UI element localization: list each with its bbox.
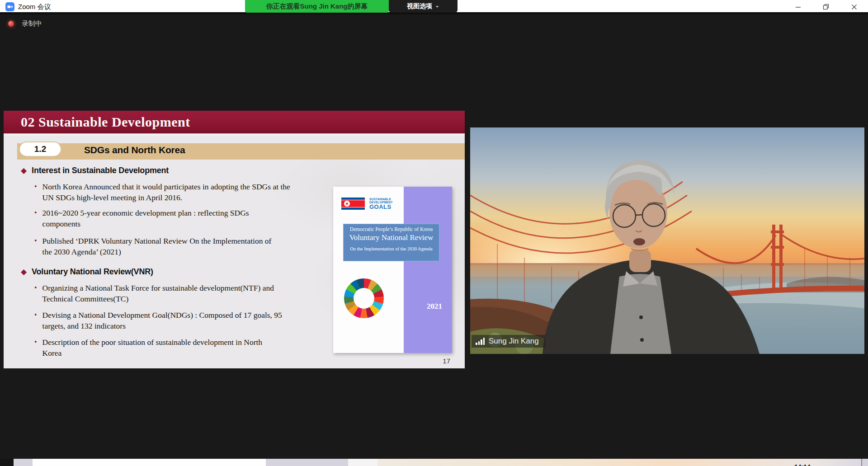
close-button[interactable]: [840, 0, 868, 14]
slide-bullet: • Published ‘DPRK Voluntary National Rev…: [34, 235, 282, 257]
bullet-icon: •: [34, 282, 37, 304]
bullet-icon: •: [34, 207, 37, 229]
participant-name-tag: Sung Jin Kang: [472, 335, 545, 348]
slide-section-title: SDGs and North Korea: [84, 145, 185, 155]
background-window-segment: [348, 459, 377, 466]
recording-label: 录制中: [22, 19, 42, 28]
background-window-beige: [377, 459, 861, 466]
vnr-document-cover: ★ SUSTAINABLE DEVELOPMENT GOALS Democrat…: [333, 187, 452, 353]
connection-signal-icon: [476, 338, 485, 345]
north-korea-flag: ★: [341, 198, 365, 210]
slide-header-bar: 02 Sustainable Development: [4, 111, 465, 133]
star-icon: ★: [345, 202, 349, 206]
slide-bullet: • Description of the poor situation of s…: [34, 337, 273, 358]
slide-section-number: 1.2: [19, 141, 61, 157]
background-window-panel: [33, 459, 266, 466]
restore-button[interactable]: [812, 0, 840, 14]
slide-header-accent: [4, 133, 465, 136]
minimize-icon: [795, 4, 801, 10]
restore-icon: [823, 4, 829, 10]
diamond-icon: ◆: [21, 268, 27, 276]
diamond-icon: ◆: [21, 167, 27, 174]
sdg-logo: SUSTAINABLE DEVELOPMENT GOALS: [369, 198, 401, 210]
slide-title: 02 Sustainable Development: [4, 114, 190, 130]
background-window-divider: [861, 459, 862, 466]
background-clock-clipped: 14:14: [794, 459, 821, 466]
slide-bullet: • Organizing a National Task Force for s…: [34, 282, 290, 304]
title-bar: Zoom 会议 你正在观看Sung Jin Kang的屏幕 视图选项 ⌄: [0, 0, 868, 14]
recording-indicator: 录制中: [8, 19, 42, 28]
chevron-down-icon: ⌄: [435, 2, 439, 9]
vnr-year: 2021: [427, 302, 442, 311]
bottom-strip-gap: [0, 459, 14, 466]
background-window-sliver: 14:14: [0, 459, 868, 466]
bullet-icon: •: [34, 310, 37, 331]
minimize-button[interactable]: [784, 0, 812, 14]
screen-share-banner: 你正在观看Sung Jin Kang的屏幕: [245, 0, 389, 13]
close-icon: [851, 4, 857, 10]
video-scene: [470, 127, 864, 354]
vnr-title-box: Democratic People’s Republic of Korea Vo…: [343, 224, 439, 261]
zoom-app-window: Zoom 会议 你正在观看Sung Jin Kang的屏幕 视图选项 ⌄ 录制中: [0, 0, 868, 466]
recording-dot-icon: [8, 21, 14, 27]
bullet-icon: •: [34, 181, 37, 203]
slide-heading-2: ◆ Voluntary National Review(VNR): [21, 267, 153, 277]
shared-slide: 02 Sustainable Development 1.2 SDGs and …: [4, 111, 465, 368]
slide-bullet: • 2016~2020 5-year economic development …: [34, 207, 264, 229]
bullet-icon: •: [34, 235, 37, 257]
slide-bullet: • North Korea Announced that it would pa…: [34, 181, 292, 203]
window-title: Zoom 会议: [18, 3, 51, 11]
slide-bullet: • Devising a National Development Goal(N…: [34, 310, 289, 331]
vnr-cover-purple-band: [404, 187, 452, 353]
slide-heading-1: ◆ Interest in Sustainable Development: [21, 166, 169, 175]
window-controls: [784, 0, 868, 14]
participant-video: Sung Jin Kang: [470, 127, 864, 354]
zoom-app-icon: [5, 2, 14, 11]
bullet-icon: •: [34, 337, 37, 358]
participant-name: Sung Jin Kang: [489, 337, 539, 346]
view-options-button[interactable]: 视图选项 ⌄: [389, 0, 458, 13]
meeting-content-area: 录制中 02 Sustainable Development 1.2 SDGs …: [0, 15, 868, 459]
slide-page-number: 17: [443, 357, 450, 365]
sdg-color-wheel: [344, 278, 384, 318]
